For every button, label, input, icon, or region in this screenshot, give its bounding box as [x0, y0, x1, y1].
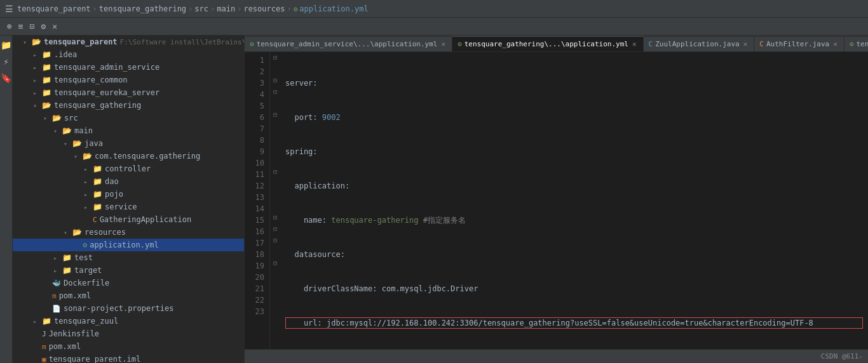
tree-node-target[interactable]: 📁 target	[13, 264, 244, 277]
tab-2[interactable]: C ZuulApplication.java ✕	[644, 36, 755, 51]
breadcrumb-bar: ☰ tensquare_parent › tensquare_gathering…	[0, 0, 868, 18]
breadcrumb: tensquare_parent › tensquare_gathering ›…	[17, 4, 369, 13]
tree-node-com[interactable]: 📂 com.tensquare.gathering	[13, 150, 244, 162]
tree-node-idea[interactable]: 📁 .idea	[13, 48, 244, 61]
tab-2-java-icon: C	[649, 40, 653, 48]
settings-icon[interactable]: ⚙	[39, 20, 48, 32]
tree-label-service: service	[105, 202, 137, 211]
folder-icon-common: 📁	[42, 76, 51, 84]
folder-icon-test: 📁	[62, 253, 72, 262]
code-line-3: spring:	[285, 146, 863, 157]
tree-node-jenkinsfile[interactable]: J Jenkinsfile	[13, 327, 244, 340]
breadcrumb-item-4[interactable]: resources	[243, 4, 285, 13]
breadcrumb-item-1[interactable]: tensquare_gathering	[99, 4, 186, 13]
code-editor[interactable]: server: port: 9002 spring: application: …	[280, 52, 868, 349]
new-file-icon[interactable]: ⊕	[5, 20, 14, 32]
tree-label-sonar: sonar-project.properties	[64, 304, 173, 313]
tree-arrow-idea	[33, 51, 42, 58]
fold-11[interactable]: ⊟	[270, 166, 280, 178]
structure-icon[interactable]: ≡	[17, 20, 25, 32]
fold-6[interactable]: ⊟	[270, 109, 280, 121]
tree-node-rootpom[interactable]: m pom.xml	[13, 340, 244, 353]
folder-icon-admin: 📁	[42, 63, 51, 72]
tree-node-resources[interactable]: 📂 resources	[13, 226, 244, 239]
fold-1[interactable]: ⊟	[270, 52, 280, 63]
tree-node-sonar[interactable]: 📄 sonar-project.properties	[13, 302, 244, 315]
tree-node-appyml[interactable]: ⚙ application.yml	[13, 239, 244, 251]
fold-17[interactable]: ⊟	[270, 235, 280, 246]
tab-0-close[interactable]: ✕	[440, 40, 447, 48]
fold-3[interactable]: ⊟	[270, 75, 280, 86]
tab-0[interactable]: ⚙ tensquare_admin_service\...\applicatio…	[245, 36, 452, 51]
toolbar: ⊕ ≡ ⊡ ⚙ ✕	[0, 18, 868, 36]
fold-4[interactable]: ⊟	[270, 86, 280, 98]
fold-16[interactable]: ⊟	[270, 223, 280, 235]
project-icon[interactable]: 📁	[0, 38, 13, 52]
tree-label-zuul: tensquare_zuul	[54, 317, 118, 326]
tree-node-iml[interactable]: ▣ tensquare_parent.iml	[13, 353, 244, 363]
structure-nav-icon[interactable]: ⚡	[1, 55, 10, 69]
tree-node-test[interactable]: 📁 test	[13, 251, 244, 264]
tree-arrow-root	[23, 39, 32, 46]
breadcrumb-item-0[interactable]: tensquare_parent	[17, 4, 91, 13]
tree-arrow-gathering	[33, 102, 42, 109]
tree-node-src[interactable]: 📂 src	[13, 112, 244, 124]
tree-node-service[interactable]: 📁 service	[13, 201, 244, 213]
tree-node-zuul[interactable]: 📁 tensquare_zuul	[13, 315, 244, 327]
fold-23	[270, 303, 280, 315]
tab-3-close[interactable]: ✕	[832, 40, 839, 48]
folder-open-icon-main: 📂	[62, 126, 72, 135]
breadcrumb-item-2[interactable]: src	[194, 4, 208, 13]
tree-node-common[interactable]: 📁 tensquare_common	[13, 74, 244, 86]
bookmark-icon[interactable]: 🔖	[0, 71, 13, 85]
iml-icon: ▣	[42, 355, 46, 364]
tree-node-root[interactable]: 📂 tensquare_parent F:\Software install\J…	[13, 36, 244, 48]
tab-2-label: ZuulApplication.java	[655, 40, 739, 48]
tab-4-yaml-icon: ⚙	[850, 40, 854, 48]
tree-node-java[interactable]: 📂 java	[13, 137, 244, 150]
tree-node-admin[interactable]: 📁 tensquare_admin_service	[13, 61, 244, 74]
fold-15[interactable]: ⊟	[270, 212, 280, 223]
tab-4[interactable]: ⚙ tensquare_zuul\...	[844, 36, 868, 51]
fold-9	[270, 143, 280, 155]
tree-node-gathering[interactable]: 📂 tensquare_gathering	[13, 99, 244, 112]
tab-2-close[interactable]: ✕	[742, 40, 749, 48]
tree-arrow-zuul	[33, 318, 42, 325]
yaml-icon-appyml: ⚙	[83, 241, 87, 249]
tree-label-resources: resources	[85, 228, 126, 237]
tree-label-idea: .idea	[54, 50, 77, 59]
close-panel-icon[interactable]: ✕	[50, 20, 59, 32]
menu-icon[interactable]: ☰	[5, 4, 13, 14]
tree-node-main[interactable]: 📂 main	[13, 124, 244, 137]
tree-label-common: tensquare_common	[54, 76, 128, 84]
editor-tabs: ⚙ tensquare_admin_service\...\applicatio…	[245, 36, 868, 52]
folder-open-icon: 📂	[32, 37, 41, 46]
tree-node-dockerfile[interactable]: 🐳 Dockerfile	[13, 277, 244, 289]
tree-node-eureka[interactable]: 📁 tensquare_eureka_server	[13, 86, 244, 99]
folder-icon-idea: 📁	[42, 50, 51, 59]
tree-node-dao[interactable]: 📁 dao	[13, 175, 244, 188]
breadcrumb-item-5[interactable]: application.yml	[294, 4, 369, 13]
tree-node-pojo[interactable]: 📁 pojo	[13, 188, 244, 201]
tab-3[interactable]: C AuthFilter.java ✕	[754, 36, 844, 51]
tree-node-pomxml-gathering[interactable]: m pom.xml	[13, 289, 244, 302]
tree-node-gatheringapp[interactable]: C GatheringApplication	[13, 213, 244, 226]
xml-icon-pomxml: m	[52, 292, 57, 300]
folder-icon-dao: 📁	[93, 177, 102, 186]
breadcrumb-item-3[interactable]: main	[217, 4, 235, 13]
tree-label-dao: dao	[105, 177, 119, 186]
tree-label-java: java	[85, 139, 103, 148]
layout-icon[interactable]: ⊡	[28, 20, 37, 32]
tab-1[interactable]: ⚙ tensquare_gathering\...\application.ym…	[452, 36, 644, 51]
folder-icon-controller: 📁	[93, 164, 102, 173]
fold-19[interactable]: ⊟	[270, 258, 280, 269]
fold-14	[270, 201, 280, 212]
fold-18	[270, 246, 280, 258]
status-text: CSDN @611-	[821, 352, 863, 360]
tree-node-controller[interactable]: 📁 controller	[13, 162, 244, 175]
tab-1-close[interactable]: ✕	[631, 40, 638, 48]
tab-1-yaml-icon: ⚙	[458, 40, 462, 48]
editor-content[interactable]: 1 2 3 4 5 6 7 8 9 10 11 12 13 14 15 16 1…	[245, 52, 868, 349]
tree-label-root: tensquare_parent	[44, 37, 118, 46]
tree-arrow-target	[53, 267, 62, 274]
